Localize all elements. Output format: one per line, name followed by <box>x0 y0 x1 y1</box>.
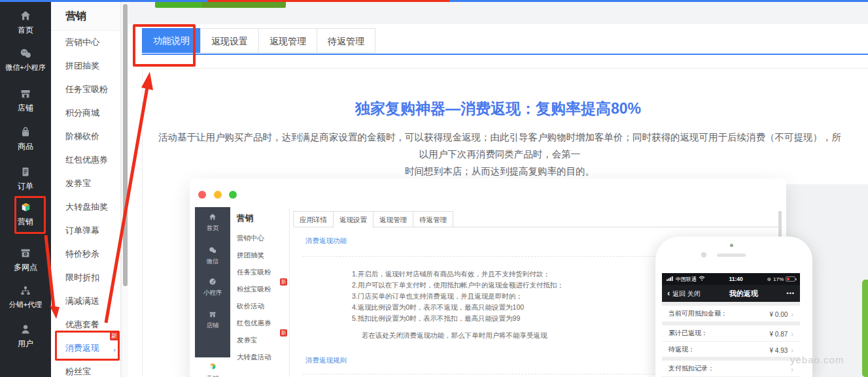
phone-screen: 中国联通 11:40 ⊕ 17% 返回 关闭 我的返现 ••• <box>662 273 800 377</box>
menu-list: 营销中心 拼团抽奖 任务宝吸粉 积分商城 阶梯砍价 红包优惠券 发券宝 大转盘抽… <box>51 31 120 377</box>
close-button[interactable]: 关闭 <box>687 290 701 297</box>
menu-item[interactable]: 红包优惠券 <box>51 148 120 172</box>
menu-item[interactable]: 积分商城 <box>51 101 120 125</box>
window-close-dot <box>198 191 206 199</box>
mini-menu-item[interactable]: 发券宝 新 <box>230 331 289 348</box>
sidebar-item-multi-outlet[interactable]: 多网点 <box>0 247 51 273</box>
mini-menu-item[interactable]: 砍价活动 <box>230 297 289 314</box>
chevron-right-icon <box>791 330 793 338</box>
tab-bar: 功能说明返现设置返现管理待返管理 <box>142 28 375 53</box>
mini-tab-pending-management[interactable]: 待返管理 <box>413 211 453 227</box>
tab-cashback-management[interactable]: 返现管理 <box>258 28 317 53</box>
mini-tab-cashback-settings[interactable]: 返现设置 <box>333 211 373 228</box>
page-description: 活动基于让用户购买产品时，达到满足商家设置的金额时，可以获得现金返现；由此引导客… <box>154 129 845 180</box>
sidebar-item-home[interactable]: 首页 <box>0 10 51 36</box>
miniprogram-icon <box>209 276 217 287</box>
cashback-note: 若在该处关闭消费返现功能，那么下单时用户将不能享受返现 <box>362 331 547 340</box>
phone-sensor-dot <box>701 252 706 257</box>
new-badge: 新 <box>280 278 287 286</box>
phone-row-deduction-balance[interactable]: 当前可用抵扣金额： ¥ 0.00 <box>662 306 800 321</box>
rule-line: 1.开启后，返现针对店铺所有商品均有效，并且不支持货到付款； <box>352 269 564 280</box>
sidebar-item-distribution[interactable]: 分销+代理 <box>0 285 51 310</box>
clock-label: 11:40 <box>729 276 743 282</box>
signal-bars-icon <box>667 276 674 282</box>
menu-item[interactable]: 大转盘抽奖 <box>51 195 120 219</box>
tab-underline <box>142 54 868 55</box>
phone-status-bar: 中国联通 11:40 ⊕ 17% <box>662 273 800 285</box>
sidebar-item-wechat-miniprogram[interactable]: 微信+小程序 <box>0 48 51 73</box>
wifi-icon <box>699 276 705 282</box>
battery-percent-label: 17% <box>773 276 784 282</box>
mini-sidebar-item-miniprogram[interactable]: 小程序 <box>195 276 230 297</box>
sidebar-item-shop[interactable]: 店铺 <box>0 88 51 114</box>
menu-item[interactable]: 任务宝吸粉 <box>51 78 120 101</box>
mini-menu-item[interactable]: 拼团抽奖 <box>230 246 289 263</box>
mini-menu-header: 营销 <box>230 207 289 227</box>
new-badge: 新 <box>280 329 287 336</box>
mini-menu: 营销 营销中心 拼团抽奖 任务宝吸粉 粉丝宝吸粉 新 砍价活动 红包优惠券 发券… <box>230 207 290 377</box>
menu-item[interactable]: 拼团抽奖 <box>51 54 120 78</box>
battery-icon <box>786 276 795 282</box>
mini-sidebar-item-marketing[interactable]: 营销 <box>195 357 230 377</box>
main-content: 功能说明返现设置返现管理待返管理 独家复购神器—消费返现：复购率提高80% 活动… <box>128 2 868 377</box>
distribution-tree-icon <box>0 285 51 297</box>
menu-item[interactable]: 阶梯砍价 <box>51 125 120 148</box>
phone-row-deduction-records[interactable]: 支付抵扣记录： <box>662 361 800 376</box>
window-minimize-dot <box>214 191 222 199</box>
mini-tab-app-details[interactable]: 应用详情 <box>293 211 334 227</box>
chevron-right-icon <box>791 346 793 354</box>
rule-line: 2.用户可以在下单支付时，使用抵扣帐户中的返现金额进行支付抵扣； <box>352 280 564 291</box>
menu-scrollbar[interactable] <box>121 2 128 377</box>
menu-header: 营销 <box>51 2 120 31</box>
sidebar-item-marketing[interactable]: 营销 <box>0 201 51 227</box>
chevron-right-icon <box>791 365 793 373</box>
marketing-cube-icon <box>0 201 51 214</box>
tab-pending-management[interactable]: 待返管理 <box>317 28 375 53</box>
mini-sidebar-item-home[interactable]: 首页 <box>195 212 230 233</box>
wechat-icon <box>0 48 51 60</box>
mini-tab-cashback-management[interactable]: 返现管理 <box>373 211 413 227</box>
mini-menu-item[interactable]: 营销中心 <box>230 229 289 246</box>
mini-section-link[interactable]: 消费返现功能 <box>305 237 347 246</box>
menu-item[interactable]: 粉丝宝 <box>51 360 120 377</box>
mini-sidebar: 首页 微信 小程序 店铺 营销 <box>195 207 230 377</box>
marketing-cube-icon <box>208 362 217 373</box>
top-progress-line <box>0 0 868 2</box>
tab-cashback-settings[interactable]: 返现设置 <box>200 28 259 53</box>
rule-line: 3.门店买单的订单也支持消费返现，并且返现是即时的； <box>352 291 564 302</box>
carrier-label: 中国联通 <box>676 276 697 283</box>
secondary-menu: 营销 营销中心 拼团抽奖 任务宝吸粉 积分商城 阶梯砍价 红包优惠券 发券宝 大… <box>51 2 121 377</box>
cutoff-green-element <box>155 2 286 8</box>
menu-item[interactable]: 满减满送 <box>51 289 120 313</box>
phone-mockup: 中国联通 11:40 ⊕ 17% 返回 关闭 我的返现 ••• <box>655 237 812 377</box>
phone-row-total-cashback[interactable]: 累计已返现： ¥ 0.87 <box>662 325 800 341</box>
mini-menu-item[interactable]: 大转盘活动 <box>230 348 289 365</box>
sidebar-item-order[interactable]: 订单 <box>0 166 51 192</box>
sidebar-item-product[interactable]: 商品 <box>0 126 51 152</box>
menu-item[interactable]: 订单弹幕 <box>51 219 120 242</box>
tab-feature-description[interactable]: 功能说明 <box>142 28 201 53</box>
orientation-lock-icon: ⊕ <box>767 276 771 282</box>
scrollbar-thumb[interactable] <box>123 4 128 286</box>
watermark-text: yebao.com <box>790 354 844 365</box>
menu-item[interactable]: 营销中心 <box>51 31 120 54</box>
cutoff-green-side-element <box>862 280 868 377</box>
phone-nav-bar: 返回 关闭 我的返现 ••• <box>662 285 800 302</box>
page-title: 独家复购神器—消费返现：复购率提高80% <box>128 99 868 119</box>
primary-sidebar: 首页 微信+小程序 店铺 商品 订单 营销 多网点 分销+代理 <box>0 2 51 377</box>
sidebar-item-user[interactable]: 用户 <box>0 323 51 350</box>
back-button[interactable]: 返回 关闭 <box>667 288 701 299</box>
menu-item[interactable]: 特价秒杀 <box>51 242 120 266</box>
home-icon <box>0 10 51 22</box>
phone-row-pending-cashback[interactable]: 待返现： ¥ 4.93 <box>662 341 800 357</box>
mini-section-link[interactable]: 消费返现规则 <box>305 356 347 365</box>
home-icon <box>209 212 217 223</box>
more-menu-icon[interactable]: ••• <box>787 290 795 297</box>
mini-menu-item[interactable]: 粉丝宝吸粉 新 <box>230 280 289 297</box>
menu-item[interactable]: 限时折扣 <box>51 266 120 289</box>
menu-item[interactable]: 发券宝 <box>51 172 120 195</box>
mini-sidebar-item-shop[interactable]: 店铺 <box>195 309 230 330</box>
mini-sidebar-item-wechat[interactable]: 微信 <box>195 245 230 266</box>
menu-item-cashback[interactable]: 消费返现 新 <box>51 336 120 360</box>
rule-line: 4.返现比例设置为0时，表示不返现，最高只能设置为100 <box>352 302 564 313</box>
